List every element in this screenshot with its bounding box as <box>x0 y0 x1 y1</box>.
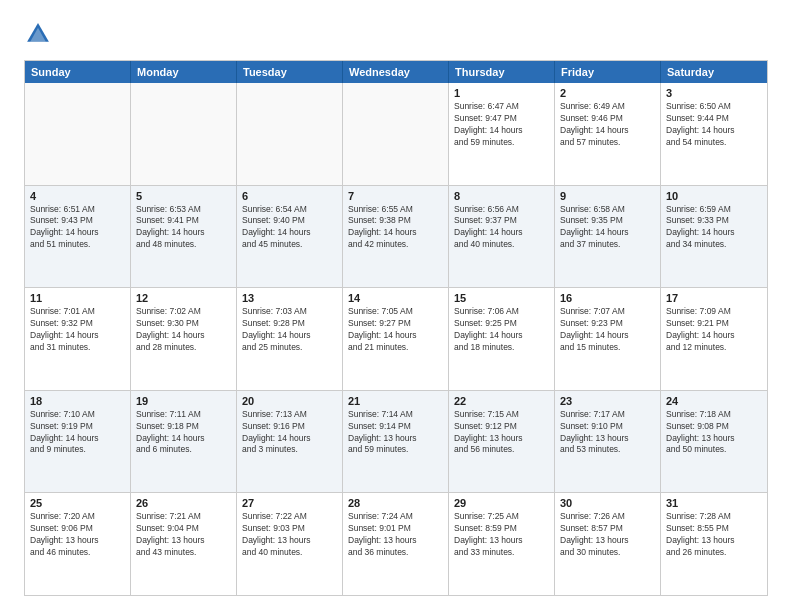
header-day-wednesday: Wednesday <box>343 61 449 83</box>
day-cell-10: 10Sunrise: 6:59 AM Sunset: 9:33 PM Dayli… <box>661 186 767 288</box>
empty-cell <box>131 83 237 185</box>
day-cell-29: 29Sunrise: 7:25 AM Sunset: 8:59 PM Dayli… <box>449 493 555 595</box>
day-cell-24: 24Sunrise: 7:18 AM Sunset: 9:08 PM Dayli… <box>661 391 767 493</box>
page: SundayMondayTuesdayWednesdayThursdayFrid… <box>0 0 792 612</box>
calendar-body: 1Sunrise: 6:47 AM Sunset: 9:47 PM Daylig… <box>25 83 767 595</box>
logo-icon <box>24 20 52 48</box>
day-content: Sunrise: 7:25 AM Sunset: 8:59 PM Dayligh… <box>454 511 549 559</box>
day-cell-23: 23Sunrise: 7:17 AM Sunset: 9:10 PM Dayli… <box>555 391 661 493</box>
day-cell-12: 12Sunrise: 7:02 AM Sunset: 9:30 PM Dayli… <box>131 288 237 390</box>
header-day-saturday: Saturday <box>661 61 767 83</box>
header-day-friday: Friday <box>555 61 661 83</box>
day-number: 6 <box>242 190 337 202</box>
day-cell-30: 30Sunrise: 7:26 AM Sunset: 8:57 PM Dayli… <box>555 493 661 595</box>
day-content: Sunrise: 7:06 AM Sunset: 9:25 PM Dayligh… <box>454 306 549 354</box>
day-content: Sunrise: 7:05 AM Sunset: 9:27 PM Dayligh… <box>348 306 443 354</box>
day-number: 23 <box>560 395 655 407</box>
header-day-thursday: Thursday <box>449 61 555 83</box>
day-number: 13 <box>242 292 337 304</box>
day-number: 20 <box>242 395 337 407</box>
day-content: Sunrise: 7:18 AM Sunset: 9:08 PM Dayligh… <box>666 409 762 457</box>
day-cell-31: 31Sunrise: 7:28 AM Sunset: 8:55 PM Dayli… <box>661 493 767 595</box>
header-day-monday: Monday <box>131 61 237 83</box>
day-cell-1: 1Sunrise: 6:47 AM Sunset: 9:47 PM Daylig… <box>449 83 555 185</box>
day-number: 1 <box>454 87 549 99</box>
day-number: 11 <box>30 292 125 304</box>
day-cell-28: 28Sunrise: 7:24 AM Sunset: 9:01 PM Dayli… <box>343 493 449 595</box>
day-number: 25 <box>30 497 125 509</box>
day-number: 26 <box>136 497 231 509</box>
day-number: 27 <box>242 497 337 509</box>
day-cell-4: 4Sunrise: 6:51 AM Sunset: 9:43 PM Daylig… <box>25 186 131 288</box>
day-content: Sunrise: 6:49 AM Sunset: 9:46 PM Dayligh… <box>560 101 655 149</box>
day-number: 3 <box>666 87 762 99</box>
day-number: 7 <box>348 190 443 202</box>
day-cell-2: 2Sunrise: 6:49 AM Sunset: 9:46 PM Daylig… <box>555 83 661 185</box>
day-content: Sunrise: 6:55 AM Sunset: 9:38 PM Dayligh… <box>348 204 443 252</box>
day-number: 15 <box>454 292 549 304</box>
day-number: 21 <box>348 395 443 407</box>
day-content: Sunrise: 7:26 AM Sunset: 8:57 PM Dayligh… <box>560 511 655 559</box>
empty-cell <box>25 83 131 185</box>
day-content: Sunrise: 7:13 AM Sunset: 9:16 PM Dayligh… <box>242 409 337 457</box>
day-cell-16: 16Sunrise: 7:07 AM Sunset: 9:23 PM Dayli… <box>555 288 661 390</box>
day-cell-9: 9Sunrise: 6:58 AM Sunset: 9:35 PM Daylig… <box>555 186 661 288</box>
day-cell-6: 6Sunrise: 6:54 AM Sunset: 9:40 PM Daylig… <box>237 186 343 288</box>
day-cell-22: 22Sunrise: 7:15 AM Sunset: 9:12 PM Dayli… <box>449 391 555 493</box>
day-number: 17 <box>666 292 762 304</box>
day-number: 2 <box>560 87 655 99</box>
day-cell-8: 8Sunrise: 6:56 AM Sunset: 9:37 PM Daylig… <box>449 186 555 288</box>
day-cell-14: 14Sunrise: 7:05 AM Sunset: 9:27 PM Dayli… <box>343 288 449 390</box>
day-cell-15: 15Sunrise: 7:06 AM Sunset: 9:25 PM Dayli… <box>449 288 555 390</box>
header-day-tuesday: Tuesday <box>237 61 343 83</box>
day-content: Sunrise: 7:14 AM Sunset: 9:14 PM Dayligh… <box>348 409 443 457</box>
day-cell-18: 18Sunrise: 7:10 AM Sunset: 9:19 PM Dayli… <box>25 391 131 493</box>
day-content: Sunrise: 6:59 AM Sunset: 9:33 PM Dayligh… <box>666 204 762 252</box>
day-cell-26: 26Sunrise: 7:21 AM Sunset: 9:04 PM Dayli… <box>131 493 237 595</box>
day-content: Sunrise: 7:24 AM Sunset: 9:01 PM Dayligh… <box>348 511 443 559</box>
day-number: 8 <box>454 190 549 202</box>
calendar-row-2: 11Sunrise: 7:01 AM Sunset: 9:32 PM Dayli… <box>25 287 767 390</box>
calendar-row-3: 18Sunrise: 7:10 AM Sunset: 9:19 PM Dayli… <box>25 390 767 493</box>
day-content: Sunrise: 6:58 AM Sunset: 9:35 PM Dayligh… <box>560 204 655 252</box>
logo <box>24 20 56 48</box>
day-number: 9 <box>560 190 655 202</box>
day-cell-11: 11Sunrise: 7:01 AM Sunset: 9:32 PM Dayli… <box>25 288 131 390</box>
day-cell-25: 25Sunrise: 7:20 AM Sunset: 9:06 PM Dayli… <box>25 493 131 595</box>
day-content: Sunrise: 7:10 AM Sunset: 9:19 PM Dayligh… <box>30 409 125 457</box>
day-content: Sunrise: 7:01 AM Sunset: 9:32 PM Dayligh… <box>30 306 125 354</box>
day-cell-21: 21Sunrise: 7:14 AM Sunset: 9:14 PM Dayli… <box>343 391 449 493</box>
day-content: Sunrise: 6:54 AM Sunset: 9:40 PM Dayligh… <box>242 204 337 252</box>
day-cell-19: 19Sunrise: 7:11 AM Sunset: 9:18 PM Dayli… <box>131 391 237 493</box>
day-content: Sunrise: 7:22 AM Sunset: 9:03 PM Dayligh… <box>242 511 337 559</box>
day-number: 18 <box>30 395 125 407</box>
day-content: Sunrise: 6:53 AM Sunset: 9:41 PM Dayligh… <box>136 204 231 252</box>
day-cell-20: 20Sunrise: 7:13 AM Sunset: 9:16 PM Dayli… <box>237 391 343 493</box>
day-cell-27: 27Sunrise: 7:22 AM Sunset: 9:03 PM Dayli… <box>237 493 343 595</box>
day-number: 30 <box>560 497 655 509</box>
day-content: Sunrise: 6:51 AM Sunset: 9:43 PM Dayligh… <box>30 204 125 252</box>
day-cell-5: 5Sunrise: 6:53 AM Sunset: 9:41 PM Daylig… <box>131 186 237 288</box>
day-number: 4 <box>30 190 125 202</box>
day-number: 10 <box>666 190 762 202</box>
day-number: 5 <box>136 190 231 202</box>
day-content: Sunrise: 7:03 AM Sunset: 9:28 PM Dayligh… <box>242 306 337 354</box>
day-number: 22 <box>454 395 549 407</box>
day-content: Sunrise: 7:21 AM Sunset: 9:04 PM Dayligh… <box>136 511 231 559</box>
day-content: Sunrise: 7:20 AM Sunset: 9:06 PM Dayligh… <box>30 511 125 559</box>
day-content: Sunrise: 7:11 AM Sunset: 9:18 PM Dayligh… <box>136 409 231 457</box>
day-number: 24 <box>666 395 762 407</box>
day-cell-13: 13Sunrise: 7:03 AM Sunset: 9:28 PM Dayli… <box>237 288 343 390</box>
day-content: Sunrise: 6:56 AM Sunset: 9:37 PM Dayligh… <box>454 204 549 252</box>
day-number: 14 <box>348 292 443 304</box>
day-content: Sunrise: 7:15 AM Sunset: 9:12 PM Dayligh… <box>454 409 549 457</box>
header-day-sunday: Sunday <box>25 61 131 83</box>
day-content: Sunrise: 7:28 AM Sunset: 8:55 PM Dayligh… <box>666 511 762 559</box>
day-content: Sunrise: 7:07 AM Sunset: 9:23 PM Dayligh… <box>560 306 655 354</box>
day-content: Sunrise: 7:02 AM Sunset: 9:30 PM Dayligh… <box>136 306 231 354</box>
header <box>24 20 768 48</box>
day-content: Sunrise: 7:17 AM Sunset: 9:10 PM Dayligh… <box>560 409 655 457</box>
day-number: 12 <box>136 292 231 304</box>
day-cell-17: 17Sunrise: 7:09 AM Sunset: 9:21 PM Dayli… <box>661 288 767 390</box>
day-number: 16 <box>560 292 655 304</box>
